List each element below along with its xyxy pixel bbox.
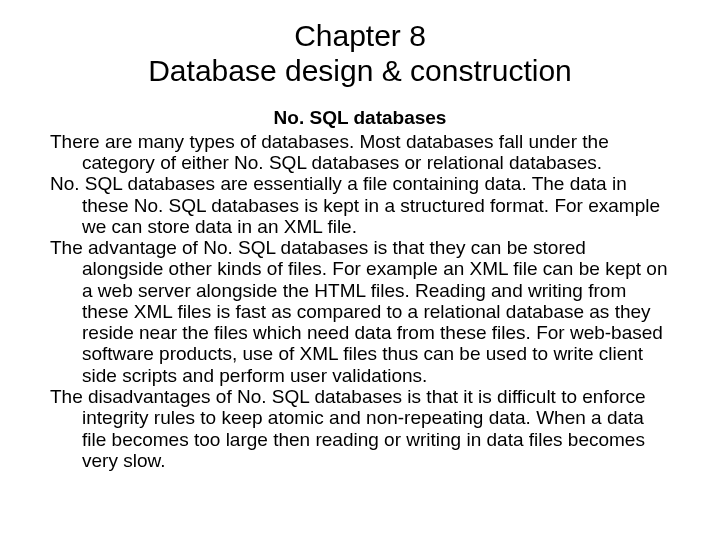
slide: Chapter 8 Database design & construction… [0,0,720,540]
body-text: There are many types of databases. Most … [50,131,670,471]
paragraph: There are many types of databases. Most … [50,131,670,174]
paragraph: The advantage of No. SQL databases is th… [50,237,670,386]
section-subheading: No. SQL databases [50,107,670,129]
paragraph: No. SQL databases are essentially a file… [50,173,670,237]
paragraph: The disadvantages of No. SQL databases i… [50,386,670,471]
title-line-1: Chapter 8 [50,18,670,53]
title-block: Chapter 8 Database design & construction [50,18,670,89]
title-line-2: Database design & construction [50,53,670,88]
